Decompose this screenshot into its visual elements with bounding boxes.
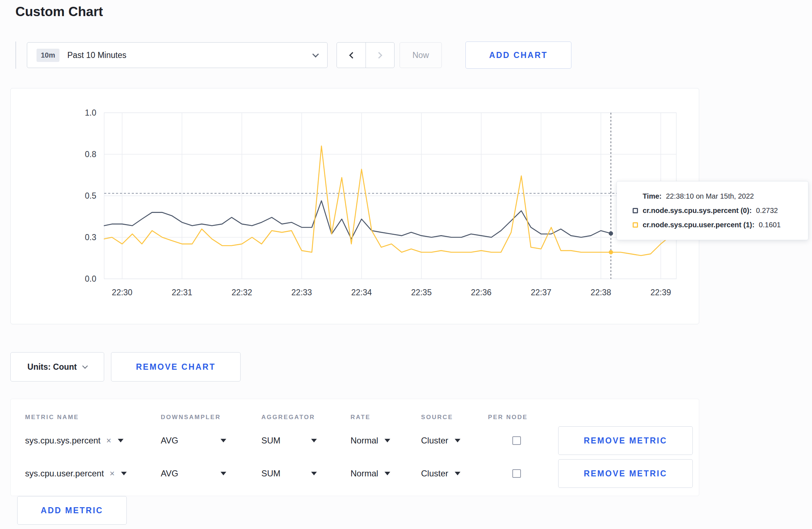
tooltip-series-label: cr.node.sys.cpu.user.percent (1): xyxy=(643,221,754,229)
tooltip-time-value: 22:38:10 on Mar 15th, 2022 xyxy=(666,192,754,200)
svg-text:0.3: 0.3 xyxy=(85,233,96,242)
svg-text:22:39: 22:39 xyxy=(651,288,671,297)
chevron-down-icon xyxy=(82,363,88,369)
remove-metric-button[interactable]: REMOVE METRIC xyxy=(558,426,693,455)
svg-text:22:31: 22:31 xyxy=(172,288,193,297)
series-swatch-icon xyxy=(633,222,638,228)
svg-text:1.0: 1.0 xyxy=(85,108,96,117)
dropdown-caret-icon xyxy=(221,472,226,475)
metric-row: sys.cpu.user.percent × AVG SUM Normal Cl… xyxy=(25,457,699,490)
tooltip-series-value: 0.1601 xyxy=(759,221,780,229)
aggregator-value: SUM xyxy=(261,436,280,446)
svg-text:0.5: 0.5 xyxy=(85,191,96,200)
page-title: Custom Chart xyxy=(15,4,103,19)
svg-text:22:32: 22:32 xyxy=(232,288,252,297)
col-header-source: SOURCE xyxy=(421,414,488,421)
add-chart-button[interactable]: ADD CHART xyxy=(465,42,571,69)
downsampler-select[interactable]: AVG xyxy=(161,436,261,446)
aggregator-value: SUM xyxy=(261,469,280,479)
time-range-badge: 10m xyxy=(37,49,59,62)
remove-chart-button[interactable]: REMOVE CHART xyxy=(111,352,241,382)
next-range-button[interactable] xyxy=(366,43,394,68)
metric-name-select[interactable]: sys.cpu.user.percent xyxy=(25,469,104,479)
source-value: Cluster xyxy=(421,436,448,446)
col-header-rate: RATE xyxy=(351,414,421,421)
dropdown-caret-icon xyxy=(385,439,390,442)
svg-text:0.8: 0.8 xyxy=(85,150,96,159)
time-range-select[interactable]: 10m Past 10 Minutes xyxy=(27,42,328,68)
units-label: Units: Count xyxy=(28,362,77,372)
col-header-aggregator: AGGREGATOR xyxy=(261,414,351,421)
dropdown-caret-icon xyxy=(385,472,390,475)
rate-select[interactable]: Normal xyxy=(351,436,421,446)
tooltip-series-label: cr.node.sys.cpu.sys.percent (0): xyxy=(643,207,752,215)
chevron-left-icon xyxy=(349,52,356,58)
chevron-right-icon xyxy=(376,52,382,58)
rate-value: Normal xyxy=(351,469,378,479)
svg-text:0.0: 0.0 xyxy=(85,274,96,283)
series-swatch-icon xyxy=(633,208,638,213)
per-node-checkbox[interactable] xyxy=(512,436,521,445)
col-header-downsampler: DOWNSAMPLER xyxy=(161,414,261,421)
svg-text:22:34: 22:34 xyxy=(351,288,372,297)
clear-metric-icon[interactable]: × xyxy=(110,469,115,479)
dropdown-caret-icon xyxy=(455,472,460,475)
metrics-table-header: METRIC NAME DOWNSAMPLER AGGREGATOR RATE … xyxy=(25,399,699,424)
remove-metric-button[interactable]: REMOVE METRIC xyxy=(558,459,693,488)
dropdown-caret-icon xyxy=(455,439,460,442)
svg-text:22:38: 22:38 xyxy=(591,288,612,297)
units-select[interactable]: Units: Count xyxy=(10,352,104,382)
line-chart[interactable]: 22:3022:3122:3222:3322:3422:3522:3622:37… xyxy=(11,88,700,325)
dropdown-caret-icon xyxy=(121,472,127,475)
clear-metric-icon[interactable]: × xyxy=(106,436,111,446)
source-select[interactable]: Cluster xyxy=(421,469,488,479)
chevron-down-icon xyxy=(312,51,319,57)
dropdown-caret-icon xyxy=(221,439,226,442)
col-header-per-node: PER NODE xyxy=(488,414,558,421)
svg-text:22:36: 22:36 xyxy=(471,288,492,297)
dropdown-caret-icon xyxy=(311,439,317,442)
metric-row: sys.cpu.sys.percent × AVG SUM Normal Clu… xyxy=(25,424,699,457)
aggregator-select[interactable]: SUM xyxy=(261,436,351,446)
svg-text:22:35: 22:35 xyxy=(411,288,432,297)
now-button[interactable]: Now xyxy=(400,42,442,68)
toolbar: 10m Past 10 Minutes Now ADD CHART xyxy=(15,42,571,69)
svg-text:22:33: 22:33 xyxy=(291,288,312,297)
dropdown-caret-icon xyxy=(311,472,317,475)
source-select[interactable]: Cluster xyxy=(421,436,488,446)
prev-range-button[interactable] xyxy=(337,43,366,68)
tooltip-time-label: Time: xyxy=(643,192,662,200)
chart-panel: 22:3022:3122:3222:3322:3422:3522:3622:37… xyxy=(10,88,699,324)
chart-tooltip: Time: 22:38:10 on Mar 15th, 2022 cr.node… xyxy=(617,181,808,240)
add-metric-button[interactable]: ADD METRIC xyxy=(17,496,127,525)
aggregator-select[interactable]: SUM xyxy=(261,469,351,479)
time-range-label: Past 10 Minutes xyxy=(67,50,126,60)
svg-text:22:30: 22:30 xyxy=(112,288,132,297)
time-nav-group xyxy=(337,42,395,68)
per-node-checkbox[interactable] xyxy=(512,469,521,478)
col-header-metric-name: METRIC NAME xyxy=(25,414,161,421)
rate-select[interactable]: Normal xyxy=(351,469,421,479)
downsampler-value: AVG xyxy=(161,436,178,446)
downsampler-select[interactable]: AVG xyxy=(161,469,261,479)
svg-text:22:37: 22:37 xyxy=(531,288,551,297)
metrics-table: METRIC NAME DOWNSAMPLER AGGREGATOR RATE … xyxy=(10,399,699,496)
metric-name-select[interactable]: sys.cpu.sys.percent xyxy=(25,436,101,446)
rate-value: Normal xyxy=(351,436,378,446)
source-value: Cluster xyxy=(421,469,448,479)
dropdown-caret-icon xyxy=(118,439,124,442)
downsampler-value: AVG xyxy=(161,469,178,479)
tooltip-series-value: 0.2732 xyxy=(756,207,778,215)
